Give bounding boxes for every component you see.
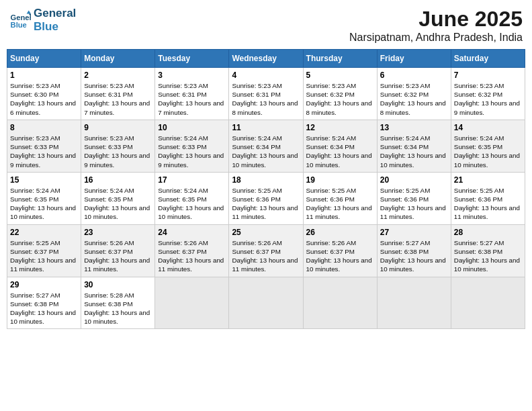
day-info: Sunrise: 5:24 AMSunset: 6:34 PMDaylight:… bbox=[232, 134, 300, 169]
calendar-cell: 18 Sunrise: 5:25 AMSunset: 6:36 PMDaylig… bbox=[229, 172, 303, 224]
calendar-cell bbox=[229, 277, 303, 329]
day-info: Sunrise: 5:23 AMSunset: 6:30 PMDaylight:… bbox=[10, 81, 78, 117]
title-block: June 2025 Narsipatnam, Andhra Pradesh, I… bbox=[349, 7, 523, 44]
day-number: 15 bbox=[10, 175, 78, 185]
calendar-cell: 17 Sunrise: 5:24 AMSunset: 6:35 PMDaylig… bbox=[155, 172, 229, 224]
calendar-cell: 30 Sunrise: 5:28 AMSunset: 6:38 PMDaylig… bbox=[81, 277, 155, 329]
day-number: 19 bbox=[306, 175, 374, 185]
day-number: 10 bbox=[158, 123, 226, 132]
calendar-cell: 7 Sunrise: 5:23 AMSunset: 6:32 PMDayligh… bbox=[451, 68, 525, 120]
day-info: Sunrise: 5:24 AMSunset: 6:34 PMDaylight:… bbox=[306, 134, 374, 169]
calendar-cell: 8 Sunrise: 5:23 AMSunset: 6:33 PMDayligh… bbox=[7, 120, 81, 172]
calendar-cell: 23 Sunrise: 5:26 AMSunset: 6:37 PMDaylig… bbox=[81, 224, 155, 277]
day-info: Sunrise: 5:25 AMSunset: 6:36 PMDaylight:… bbox=[232, 186, 300, 222]
calendar-cell: 2 Sunrise: 5:23 AMSunset: 6:31 PMDayligh… bbox=[81, 68, 155, 120]
calendar-cell: 27 Sunrise: 5:27 AMSunset: 6:38 PMDaylig… bbox=[377, 224, 451, 277]
svg-text:Blue: Blue bbox=[11, 21, 27, 30]
calendar-cell: 21 Sunrise: 5:25 AMSunset: 6:36 PMDaylig… bbox=[451, 172, 525, 224]
calendar-title: June 2025 bbox=[349, 7, 523, 32]
day-number: 29 bbox=[10, 280, 78, 289]
logo: General Blue General Blue bbox=[9, 7, 76, 34]
day-header-monday: Monday bbox=[81, 50, 155, 68]
day-info: Sunrise: 5:23 AMSunset: 6:32 PMDaylight:… bbox=[454, 81, 522, 117]
calendar-cell: 11 Sunrise: 5:24 AMSunset: 6:34 PMDaylig… bbox=[229, 120, 303, 172]
day-number: 12 bbox=[306, 123, 374, 132]
day-number: 26 bbox=[306, 228, 374, 237]
page-header: General Blue General Blue June 2025 Nars… bbox=[7, 7, 525, 44]
calendar-subtitle: Narsipatnam, Andhra Pradesh, India bbox=[349, 32, 523, 44]
calendar-week-2: 8 Sunrise: 5:23 AMSunset: 6:33 PMDayligh… bbox=[7, 120, 525, 172]
calendar-week-3: 15 Sunrise: 5:24 AMSunset: 6:35 PMDaylig… bbox=[7, 172, 525, 224]
day-info: Sunrise: 5:25 AMSunset: 6:36 PMDaylight:… bbox=[306, 186, 374, 222]
day-info: Sunrise: 5:25 AMSunset: 6:36 PMDaylight:… bbox=[380, 186, 448, 222]
day-info: Sunrise: 5:23 AMSunset: 6:31 PMDaylight:… bbox=[158, 81, 226, 117]
day-info: Sunrise: 5:23 AMSunset: 6:33 PMDaylight:… bbox=[84, 134, 152, 169]
day-info: Sunrise: 5:23 AMSunset: 6:32 PMDaylight:… bbox=[380, 81, 448, 117]
calendar-week-4: 22 Sunrise: 5:25 AMSunset: 6:37 PMDaylig… bbox=[7, 224, 525, 277]
day-number: 24 bbox=[158, 228, 226, 237]
day-header-saturday: Saturday bbox=[451, 50, 525, 68]
day-info: Sunrise: 5:26 AMSunset: 6:37 PMDaylight:… bbox=[232, 238, 300, 274]
day-number: 23 bbox=[84, 228, 152, 237]
day-info: Sunrise: 5:23 AMSunset: 6:32 PMDaylight:… bbox=[306, 81, 374, 117]
calendar-cell: 15 Sunrise: 5:24 AMSunset: 6:35 PMDaylig… bbox=[7, 172, 81, 224]
calendar-cell bbox=[451, 277, 525, 329]
day-number: 20 bbox=[380, 175, 448, 185]
day-number: 1 bbox=[10, 71, 78, 80]
day-info: Sunrise: 5:24 AMSunset: 6:33 PMDaylight:… bbox=[158, 134, 226, 169]
day-info: Sunrise: 5:25 AMSunset: 6:37 PMDaylight:… bbox=[10, 238, 78, 274]
calendar-cell: 29 Sunrise: 5:27 AMSunset: 6:38 PMDaylig… bbox=[7, 277, 81, 329]
day-info: Sunrise: 5:26 AMSunset: 6:37 PMDaylight:… bbox=[306, 238, 374, 274]
calendar-cell: 26 Sunrise: 5:26 AMSunset: 6:37 PMDaylig… bbox=[303, 224, 377, 277]
calendar-header-row: SundayMondayTuesdayWednesdayThursdayFrid… bbox=[7, 50, 525, 68]
day-info: Sunrise: 5:26 AMSunset: 6:37 PMDaylight:… bbox=[158, 238, 226, 274]
day-number: 18 bbox=[232, 175, 300, 185]
day-number: 8 bbox=[10, 123, 78, 132]
day-header-friday: Friday bbox=[377, 50, 451, 68]
day-number: 5 bbox=[306, 71, 374, 80]
day-info: Sunrise: 5:23 AMSunset: 6:31 PMDaylight:… bbox=[84, 81, 152, 117]
calendar-cell: 16 Sunrise: 5:24 AMSunset: 6:35 PMDaylig… bbox=[81, 172, 155, 224]
day-info: Sunrise: 5:28 AMSunset: 6:38 PMDaylight:… bbox=[84, 291, 152, 326]
calendar-table: SundayMondayTuesdayWednesdayThursdayFrid… bbox=[7, 49, 525, 329]
day-info: Sunrise: 5:24 AMSunset: 6:35 PMDaylight:… bbox=[84, 186, 152, 222]
calendar-cell: 1 Sunrise: 5:23 AMSunset: 6:30 PMDayligh… bbox=[7, 68, 81, 120]
calendar-cell: 22 Sunrise: 5:25 AMSunset: 6:37 PMDaylig… bbox=[7, 224, 81, 277]
calendar-cell bbox=[303, 277, 377, 329]
day-number: 4 bbox=[232, 71, 300, 80]
calendar-cell: 19 Sunrise: 5:25 AMSunset: 6:36 PMDaylig… bbox=[303, 172, 377, 224]
day-info: Sunrise: 5:26 AMSunset: 6:37 PMDaylight:… bbox=[84, 238, 152, 274]
calendar-cell bbox=[155, 277, 229, 329]
calendar-cell: 6 Sunrise: 5:23 AMSunset: 6:32 PMDayligh… bbox=[377, 68, 451, 120]
day-info: Sunrise: 5:25 AMSunset: 6:36 PMDaylight:… bbox=[454, 186, 522, 222]
day-info: Sunrise: 5:27 AMSunset: 6:38 PMDaylight:… bbox=[380, 238, 448, 274]
day-info: Sunrise: 5:24 AMSunset: 6:35 PMDaylight:… bbox=[158, 186, 226, 222]
calendar-cell: 4 Sunrise: 5:23 AMSunset: 6:31 PMDayligh… bbox=[229, 68, 303, 120]
day-info: Sunrise: 5:23 AMSunset: 6:31 PMDaylight:… bbox=[232, 81, 300, 117]
day-info: Sunrise: 5:23 AMSunset: 6:33 PMDaylight:… bbox=[10, 134, 78, 169]
calendar-cell: 28 Sunrise: 5:27 AMSunset: 6:38 PMDaylig… bbox=[451, 224, 525, 277]
day-info: Sunrise: 5:24 AMSunset: 6:34 PMDaylight:… bbox=[380, 134, 448, 169]
calendar-cell: 10 Sunrise: 5:24 AMSunset: 6:33 PMDaylig… bbox=[155, 120, 229, 172]
svg-text:General: General bbox=[11, 13, 31, 21]
day-number: 16 bbox=[84, 175, 152, 185]
day-number: 11 bbox=[232, 123, 300, 132]
day-number: 22 bbox=[10, 228, 78, 237]
day-number: 25 bbox=[232, 228, 300, 237]
calendar-cell: 14 Sunrise: 5:24 AMSunset: 6:35 PMDaylig… bbox=[451, 120, 525, 172]
calendar-week-1: 1 Sunrise: 5:23 AMSunset: 6:30 PMDayligh… bbox=[7, 68, 525, 120]
day-header-thursday: Thursday bbox=[303, 50, 377, 68]
day-number: 21 bbox=[454, 175, 522, 185]
logo-icon: General Blue bbox=[9, 9, 31, 31]
logo-text-general: General bbox=[34, 7, 76, 20]
calendar-cell: 9 Sunrise: 5:23 AMSunset: 6:33 PMDayligh… bbox=[81, 120, 155, 172]
day-number: 6 bbox=[380, 71, 448, 80]
logo-text-blue: Blue bbox=[34, 20, 76, 34]
calendar-cell: 20 Sunrise: 5:25 AMSunset: 6:36 PMDaylig… bbox=[377, 172, 451, 224]
calendar-cell bbox=[377, 277, 451, 329]
day-info: Sunrise: 5:24 AMSunset: 6:35 PMDaylight:… bbox=[10, 186, 78, 222]
calendar-cell: 12 Sunrise: 5:24 AMSunset: 6:34 PMDaylig… bbox=[303, 120, 377, 172]
day-number: 14 bbox=[454, 123, 522, 132]
day-number: 7 bbox=[454, 71, 522, 80]
day-info: Sunrise: 5:27 AMSunset: 6:38 PMDaylight:… bbox=[454, 238, 522, 274]
